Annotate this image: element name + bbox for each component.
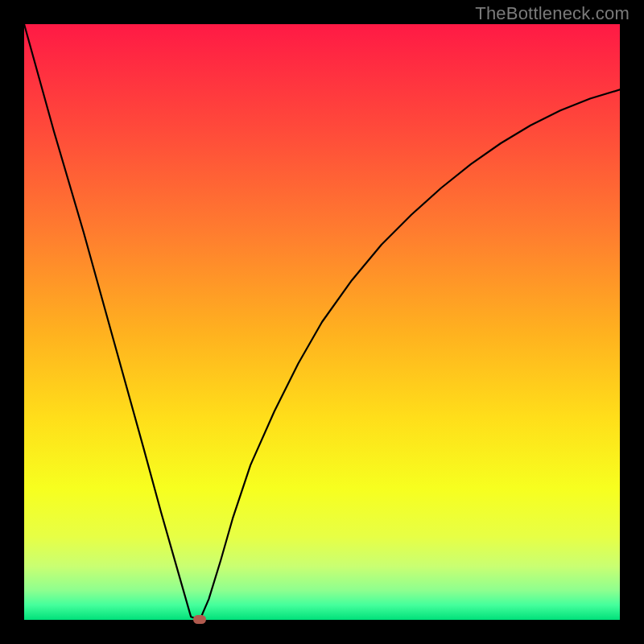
optimum-marker <box>193 615 206 624</box>
chart-curve-layer <box>24 24 620 620</box>
chart-frame: TheBottleneck.com <box>0 0 644 644</box>
bottleneck-curve <box>24 24 620 620</box>
watermark-text: TheBottleneck.com <box>475 3 630 24</box>
